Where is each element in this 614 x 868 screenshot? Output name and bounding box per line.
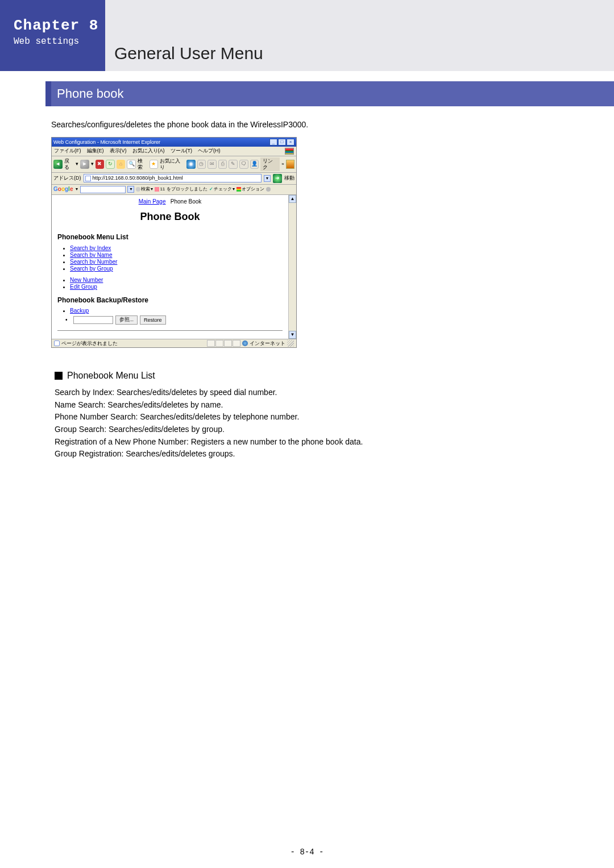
breadcrumb-main-link[interactable]: Main Page (139, 198, 166, 205)
forward-dropdown-icon[interactable]: ▾ (91, 161, 94, 167)
phonebook-backup-list: Backup (57, 308, 283, 314)
section-title: Phone book (51, 81, 614, 106)
menu-bar: ファイル(F) 編集(E) 表示(V) お気に入り(A) ツール(T) ヘルプ(… (52, 147, 296, 156)
google-logo[interactable]: Google (53, 186, 73, 193)
page-viewport: Main Page Phone Book Phone Book Phoneboo… (52, 195, 296, 339)
square-bullet-icon (55, 372, 63, 380)
menu-view[interactable]: 表示(V) (110, 148, 127, 155)
content-divider (57, 330, 283, 331)
google-settings-button[interactable] (266, 187, 271, 192)
link-edit-group[interactable]: Edit Group (70, 284, 97, 290)
google-dropdown-icon[interactable]: ▼ (74, 187, 78, 192)
messenger-icon[interactable]: 👤 (250, 160, 259, 169)
phonebook-backup-heading: Phonebook Backup/Restore (57, 296, 283, 304)
scroll-track[interactable] (289, 203, 296, 331)
intro-text: Searches/configures/deletes the phone bo… (51, 120, 563, 129)
restore-row: 参照... Restore (57, 315, 283, 325)
menu-file[interactable]: ファイル(F) (54, 148, 81, 155)
home-icon[interactable]: ⌂ (117, 160, 126, 169)
links-label[interactable]: リンク (260, 157, 280, 171)
link-backup[interactable]: Backup (70, 308, 89, 314)
address-value: http://192.168.0.50:8080/ph_book1.html (93, 175, 183, 181)
window-buttons: _ □ × (269, 139, 294, 146)
google-popup-blocker[interactable]: 11 をブロックしました (155, 186, 207, 192)
status-bar: ページが表示されました インターネット (52, 339, 296, 347)
menu-favorites[interactable]: お気に入り(A) (132, 148, 165, 155)
status-seg (215, 340, 223, 347)
google-check-button[interactable]: ✓ チェック ▾ (209, 186, 235, 192)
browser-window: Web Configuration - Microsoft Internet E… (51, 137, 297, 348)
link-new-number[interactable]: New Number (70, 277, 103, 283)
print-icon[interactable]: ⎙ (218, 160, 227, 169)
history-icon[interactable]: ◷ (197, 160, 206, 169)
spellcheck-icon: ✓ (209, 186, 213, 192)
menu-help[interactable]: ヘルプ(H) (198, 148, 221, 155)
link-search-name[interactable]: Search by Name (70, 252, 112, 258)
go-label[interactable]: 移動 (284, 175, 294, 181)
google-search-icon (136, 187, 140, 192)
google-input-dropdown-icon[interactable]: ▼ (127, 186, 134, 193)
maximize-button[interactable]: □ (278, 139, 286, 146)
title-bar: Web Configuration - Microsoft Internet E… (52, 138, 296, 147)
status-segments (207, 340, 240, 347)
favorites-label[interactable]: お気に入り (160, 158, 185, 171)
search-label[interactable]: 検索 (138, 158, 148, 171)
popup-block-icon (155, 187, 159, 192)
restore-button[interactable]: Restore (140, 315, 166, 325)
discuss-icon[interactable]: 🗨 (239, 160, 248, 169)
favorites-star-icon[interactable]: ★ (150, 160, 159, 169)
stop-icon[interactable]: ✖ (96, 160, 105, 169)
phone-book-title: Phone Book (57, 211, 283, 223)
close-button[interactable]: × (287, 139, 294, 146)
page-header: Chapter 8 Web settings General User Menu (0, 0, 614, 71)
address-label: アドレス(D) (53, 175, 81, 181)
refresh-icon[interactable]: ↻ (106, 160, 115, 169)
chapter-subtitle: Web settings (14, 36, 105, 47)
edit-icon[interactable]: ✎ (229, 160, 238, 169)
status-seg (224, 340, 232, 347)
internet-zone-label: インターネット (250, 340, 285, 347)
status-seg (207, 340, 215, 347)
scroll-down-icon[interactable]: ▼ (289, 331, 296, 339)
back-label[interactable]: 戻る (64, 158, 74, 171)
doc-line-4: Group Search: Searches/edits/deletes by … (55, 423, 563, 436)
go-button-icon[interactable]: ➜ (273, 174, 282, 183)
internet-zone-icon (242, 340, 248, 346)
phonebook-menu-list-2: New Number Edit Group (57, 277, 283, 290)
google-search-input[interactable] (80, 186, 126, 193)
doc-line-6: Group Registration: Searches/edits/delet… (55, 448, 563, 460)
mail-icon[interactable]: ✉ (208, 160, 217, 169)
doc-line-5: Registration of a New Phone Number: Regi… (55, 436, 563, 448)
back-icon[interactable]: ◄ (53, 160, 63, 169)
section-bar-spacer (0, 81, 45, 106)
doc-heading: Phonebook Menu List (67, 371, 155, 381)
link-search-group[interactable]: Search by Group (70, 265, 113, 272)
browse-button[interactable]: 参照... (115, 315, 138, 325)
links-chevron-icon[interactable]: » (281, 161, 284, 167)
back-dropdown-icon[interactable]: ▾ (76, 161, 78, 167)
restore-file-input[interactable] (73, 316, 113, 324)
main-title: General User Menu (114, 44, 263, 63)
address-input[interactable]: http://192.168.0.50:8080/ph_book1.html (84, 174, 262, 182)
address-bar: アドレス(D) http://192.168.0.50:8080/ph_book… (52, 173, 296, 185)
resize-grip-icon[interactable] (287, 340, 294, 347)
page-body: Main Page Phone Book Phone Book Phoneboo… (52, 195, 288, 339)
address-dropdown-icon[interactable]: ▼ (264, 175, 271, 182)
main-title-wrap: General User Menu (105, 0, 614, 71)
scroll-up-icon[interactable]: ▲ (289, 195, 296, 203)
media-icon[interactable]: ◉ (186, 160, 196, 169)
link-search-number[interactable]: Search by Number (70, 259, 117, 265)
section-bar-accent (45, 81, 51, 106)
menu-tools[interactable]: ツール(T) (171, 148, 193, 155)
vertical-scrollbar[interactable]: ▲ ▼ (288, 195, 296, 339)
doc-line-2: Name Search: Searches/edits/deletes by n… (55, 399, 563, 412)
forward-icon[interactable]: ► (80, 160, 89, 169)
menu-edit[interactable]: 編集(E) (87, 148, 104, 155)
doc-line-1: Search by Index: Searches/edits/deletes … (55, 387, 563, 399)
minimize-button[interactable]: _ (269, 139, 277, 146)
google-search-button[interactable]: 検索 ▾ (136, 186, 153, 192)
google-options-button[interactable]: オプション (237, 186, 264, 192)
link-search-index[interactable]: Search by Index (70, 245, 111, 251)
search-icon[interactable]: 🔍 (127, 160, 136, 169)
msn-icon[interactable] (286, 160, 294, 169)
